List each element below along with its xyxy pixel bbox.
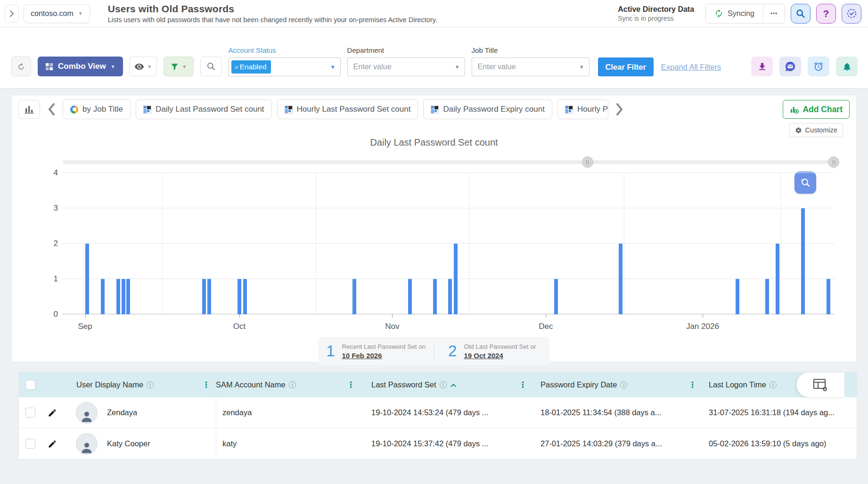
customize-button[interactable]: Customize [789, 123, 843, 137]
column-menu-icon[interactable]: ⋮ [688, 380, 696, 390]
alarm-button[interactable] [808, 57, 829, 76]
chart-bar[interactable] [207, 279, 211, 314]
slider-track[interactable] [63, 160, 835, 164]
chart-bar[interactable] [776, 244, 779, 314]
search-icon [206, 62, 216, 71]
tasks-button[interactable] [842, 4, 861, 24]
column-header-sam-account-name[interactable]: SAM Account Name i ⋮ [216, 380, 360, 390]
column-header-last-password-set[interactable]: Last Password Set i ⋮ [360, 380, 532, 390]
user-display-name: Zendaya [107, 408, 137, 417]
tab-label: Daily Password Expiry count [443, 105, 544, 114]
column-menu-icon[interactable]: ⋮ [519, 380, 527, 390]
chart-bar[interactable] [101, 279, 105, 314]
info-icon[interactable]: i [770, 381, 777, 388]
info-icon[interactable]: i [289, 381, 296, 388]
chart-bar[interactable] [243, 279, 247, 314]
chart-bar[interactable] [448, 279, 452, 314]
account-status-filter: Account Status × Enabled ▼ [229, 46, 341, 76]
y-axis-tick-label: 2 [42, 239, 58, 248]
expand-sidebar-button[interactable] [5, 5, 19, 23]
remove-chip-icon[interactable]: × [235, 63, 239, 71]
department-select[interactable]: Enter value ▼ [347, 57, 465, 76]
scroll-tabs-left-button[interactable] [45, 101, 57, 117]
x-axis-tick-label: Nov [385, 322, 399, 331]
scroll-tabs-right-button[interactable] [614, 101, 626, 117]
stat-date-link[interactable]: 19 Oct 2024 [464, 352, 536, 360]
chart-tab-daily-last-password-set[interactable]: Daily Last Password Set count [136, 99, 272, 119]
chart-bar[interactable] [736, 279, 739, 314]
visibility-button[interactable]: ▼ [130, 57, 157, 76]
x-axis-tick [85, 314, 86, 318]
info-icon[interactable]: i [620, 381, 627, 388]
refresh-button[interactable] [11, 57, 31, 76]
chart-bar[interactable] [827, 279, 830, 314]
chart-bar[interactable] [433, 279, 437, 314]
chart-bar[interactable] [619, 244, 622, 314]
info-icon[interactable]: i [147, 381, 154, 388]
domain-selector[interactable]: contoso.com ▼ [24, 4, 90, 23]
table-search-button[interactable] [200, 57, 222, 76]
chart-bar[interactable] [116, 279, 120, 314]
clear-filter-button[interactable]: Clear Filter [598, 57, 654, 76]
y-gridline [63, 243, 835, 244]
edit-user-button[interactable] [44, 436, 60, 452]
chart-type-button[interactable] [18, 100, 40, 119]
chart-bar[interactable] [554, 279, 558, 314]
slider-left-handle[interactable] [582, 156, 593, 168]
edit-user-button[interactable] [44, 405, 60, 421]
chart-bar[interactable] [801, 208, 805, 314]
sort-ascending-icon[interactable] [450, 384, 456, 389]
chart-bar[interactable] [237, 279, 241, 314]
view-mode-selector[interactable]: Combo View ▼ [38, 57, 123, 76]
message-button[interactable] [779, 57, 801, 76]
export-button[interactable] [751, 57, 773, 76]
chart-tab-by-job-title[interactable]: by Job Title [63, 99, 131, 119]
account-status-select[interactable]: × Enabled ▼ [229, 57, 341, 76]
table-row[interactable]: Zendaya zendaya 19-10-2024 14:53:24 (479… [19, 397, 857, 428]
select-all-checkbox[interactable] [25, 380, 35, 390]
chevron-down-icon: ▼ [182, 64, 187, 69]
chart-tab-daily-password-expiry[interactable]: Daily Password Expiry count [423, 99, 552, 119]
syncing-button[interactable]: Syncing [706, 4, 763, 23]
chart-bar[interactable] [122, 279, 125, 314]
chart-bar[interactable] [352, 279, 356, 314]
job-title-label: Job Title [472, 46, 590, 54]
column-header-password-expiry-date[interactable]: Password Expiry Date i ⋮ [532, 380, 702, 390]
add-chart-button[interactable]: Add Chart [783, 100, 850, 119]
add-chart-label: Add Chart [802, 105, 843, 115]
sync-more-button[interactable]: ••• [763, 4, 785, 23]
column-menu-icon[interactable]: ⋮ [347, 380, 355, 390]
global-search-button[interactable] [791, 4, 811, 24]
column-header-user-display-name[interactable]: User Display Name i ⋮ [42, 380, 216, 390]
sync-button-group: Syncing ••• [705, 4, 785, 24]
job-title-select[interactable]: Enter value ▼ [472, 57, 590, 76]
tab-label: Hourly Last Password Set count [297, 105, 411, 114]
chart-bar[interactable] [765, 279, 769, 314]
filter-button[interactable]: ▼ [164, 57, 194, 76]
chart-tab-hourly-password-expiry[interactable]: Hourly P [557, 99, 608, 119]
table-row[interactable]: Katy Cooper katy 19-10-2024 15:37:42 (47… [19, 428, 857, 459]
syncing-label: Syncing [728, 9, 754, 18]
row-checkbox[interactable] [25, 439, 35, 449]
stat-date-link[interactable]: 10 Feb 2026 [342, 352, 426, 360]
row-checkbox[interactable] [25, 408, 35, 418]
help-button[interactable]: ? [816, 4, 836, 24]
chart-bar[interactable] [202, 279, 206, 314]
chart-bar[interactable] [454, 244, 458, 314]
search-icon [795, 8, 806, 19]
page-title-block: Users with Old Passwords Lists users wit… [108, 3, 437, 24]
table-header-row: User Display Name i ⋮ SAM Account Name i… [19, 372, 857, 397]
column-menu-icon[interactable]: ⋮ [202, 380, 210, 390]
chevron-right-icon [9, 10, 15, 17]
zoom-reset-button[interactable] [794, 172, 816, 194]
column-settings-button[interactable] [796, 372, 844, 397]
chart-bar[interactable] [85, 244, 89, 314]
dropdown-arrow-icon: ▼ [579, 64, 584, 70]
chart-bar[interactable] [126, 279, 130, 314]
chart-tab-hourly-last-password-set[interactable]: Hourly Last Password Set count [277, 99, 418, 119]
expand-all-filters-link[interactable]: Expand All Filters [661, 63, 721, 72]
slider-right-handle[interactable] [828, 156, 839, 168]
notifications-button[interactable] [836, 57, 858, 76]
chart-bar[interactable] [408, 279, 412, 314]
info-icon[interactable]: i [440, 381, 447, 388]
